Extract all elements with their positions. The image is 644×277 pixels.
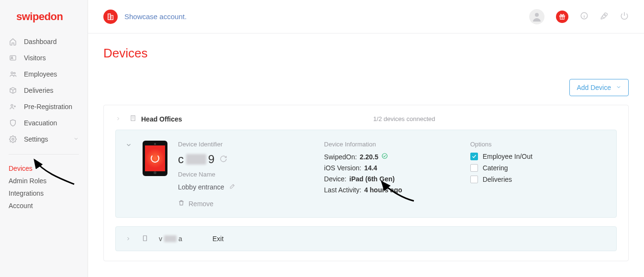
sidebar-item-label: Dashboard bbox=[24, 38, 57, 45]
sidebar-item-label: Admin Roles bbox=[9, 177, 46, 185]
id-card-icon bbox=[9, 54, 17, 62]
option-label: Employee In/Out bbox=[483, 153, 533, 160]
sidebar-item-label: Evacuation bbox=[24, 119, 57, 127]
redacted-text bbox=[164, 235, 177, 242]
page-title: Devices bbox=[103, 46, 629, 61]
refresh-icon[interactable] bbox=[220, 155, 227, 164]
home-icon bbox=[9, 37, 17, 46]
sidebar-item-preregistration[interactable]: Pre-Registration bbox=[0, 99, 88, 115]
tablet-icon bbox=[142, 235, 148, 243]
svg-rect-13 bbox=[131, 116, 135, 121]
box-icon bbox=[9, 86, 17, 95]
redacted-text bbox=[186, 154, 206, 165]
collapse-button[interactable] bbox=[125, 142, 132, 150]
device-name-short: Exit bbox=[212, 235, 223, 243]
trash-icon bbox=[178, 199, 185, 208]
sidebar-item-label: Visitors bbox=[24, 54, 46, 62]
device-model: iPad (6th Gen) bbox=[349, 175, 395, 183]
device-image bbox=[143, 141, 167, 176]
brand-logo: swipedon bbox=[0, 11, 88, 32]
connection-status: 1/2 devices connected bbox=[373, 115, 435, 122]
shield-icon bbox=[9, 119, 17, 127]
building-icon bbox=[130, 115, 136, 123]
identifier-label: Device Identifier bbox=[178, 141, 314, 148]
location-header[interactable]: Head Offices 1/2 devices connected bbox=[104, 105, 628, 130]
sidebar: swipedon Dashboard Visitors Employees bbox=[0, 0, 88, 277]
sidebar-item-label: Account bbox=[9, 202, 33, 210]
sidebar-sub-account[interactable]: Account bbox=[9, 199, 88, 212]
device-id: c 9 bbox=[178, 153, 215, 166]
swipedon-version: 2.20.5 bbox=[360, 153, 378, 161]
account-link[interactable]: Showcase account. bbox=[124, 12, 187, 21]
svg-point-3 bbox=[14, 72, 15, 74]
options-label: Options bbox=[470, 141, 607, 148]
svg-point-8 bbox=[535, 13, 539, 17]
remove-button[interactable]: Remove bbox=[178, 199, 314, 208]
svg-rect-7 bbox=[111, 15, 113, 20]
sidebar-item-label: Deliveries bbox=[24, 87, 53, 94]
location-title: Head Offices bbox=[141, 115, 182, 123]
chevron-right-icon bbox=[115, 115, 121, 123]
sidebar-item-employees[interactable]: Employees bbox=[0, 66, 88, 82]
device-card: Device Identifier c 9 bbox=[115, 130, 617, 218]
device-name: Lobby entrance bbox=[178, 183, 224, 191]
brand-text: swipedon bbox=[16, 11, 63, 22]
info-icon[interactable] bbox=[580, 11, 588, 22]
expand-button[interactable] bbox=[125, 235, 131, 243]
gift-icon[interactable] bbox=[556, 11, 568, 23]
sidebar-sub-devices[interactable]: Devices bbox=[9, 162, 88, 175]
ios-version: 14.4 bbox=[364, 164, 377, 172]
sidebar-item-dashboard[interactable]: Dashboard bbox=[0, 33, 88, 50]
info-label: Device Information bbox=[324, 141, 460, 148]
edit-icon[interactable] bbox=[229, 183, 236, 191]
svg-point-2 bbox=[11, 72, 13, 74]
sidebar-item-deliveries[interactable]: Deliveries bbox=[0, 82, 88, 99]
content: Devices Add Device Head O bbox=[88, 33, 644, 277]
checkbox-catering[interactable] bbox=[470, 164, 478, 172]
checkbox-deliveries[interactable] bbox=[470, 176, 478, 183]
devices-panel: Head Offices 1/2 devices connected Devic… bbox=[103, 105, 629, 261]
sidebar-item-label: Settings bbox=[24, 135, 48, 143]
sidebar-item-label: Integrations bbox=[9, 189, 44, 197]
name-label: Device Name bbox=[178, 171, 314, 178]
svg-point-1 bbox=[11, 56, 13, 58]
people-icon bbox=[9, 70, 17, 78]
device-id-short: v a bbox=[159, 235, 188, 243]
main: Showcase account. Device bbox=[88, 0, 644, 277]
svg-rect-15 bbox=[144, 235, 147, 241]
sidebar-sub-integrations[interactable]: Integrations bbox=[9, 187, 88, 199]
rocket-icon[interactable] bbox=[600, 11, 609, 22]
check-circle-icon bbox=[381, 153, 388, 161]
svg-point-4 bbox=[11, 104, 13, 106]
building-icon bbox=[103, 10, 118, 24]
topbar: Showcase account. bbox=[88, 0, 644, 33]
svg-point-14 bbox=[382, 154, 388, 159]
chevron-down-icon bbox=[73, 135, 79, 143]
sidebar-item-label: Devices bbox=[9, 165, 33, 172]
power-icon[interactable] bbox=[620, 11, 629, 22]
option-label: Deliveries bbox=[483, 176, 512, 183]
sidebar-sub-admin-roles[interactable]: Admin Roles bbox=[9, 175, 88, 187]
sidebar-item-visitors[interactable]: Visitors bbox=[0, 50, 88, 66]
device-row-collapsed[interactable]: v a Exit bbox=[115, 226, 617, 251]
svg-point-12 bbox=[604, 14, 605, 15]
checkbox-employee-inout[interactable] bbox=[470, 153, 478, 160]
svg-rect-0 bbox=[10, 55, 16, 60]
chevron-down-icon bbox=[616, 84, 622, 91]
svg-point-5 bbox=[12, 138, 14, 140]
sidebar-item-evacuation[interactable]: Evacuation bbox=[0, 115, 88, 131]
divider bbox=[9, 154, 79, 155]
option-label: Catering bbox=[483, 164, 508, 172]
last-activity: 4 hours ago bbox=[364, 186, 402, 194]
sidebar-item-settings[interactable]: Settings bbox=[0, 131, 88, 147]
remove-label: Remove bbox=[189, 200, 213, 208]
add-device-button[interactable]: Add Device bbox=[569, 79, 629, 96]
user-plus-icon bbox=[9, 102, 17, 111]
gear-icon bbox=[9, 135, 17, 144]
avatar[interactable] bbox=[529, 9, 544, 24]
sidebar-item-label: Employees bbox=[24, 70, 57, 78]
svg-rect-6 bbox=[108, 14, 111, 20]
button-label: Add Device bbox=[577, 84, 611, 91]
sidebar-item-label: Pre-Registration bbox=[24, 103, 72, 111]
